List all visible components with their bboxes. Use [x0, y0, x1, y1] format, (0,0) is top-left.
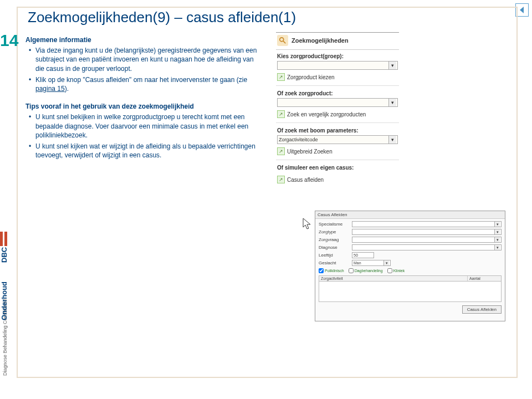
panel-title: Zoekmogelijkheden [291, 37, 349, 44]
extended-search-link[interactable]: ↗ Uitgebreid Zoeken [276, 144, 399, 158]
main-content: Algemene informatie Via deze ingang kunt… [25, 35, 264, 168]
arrow-icon: ↗ [277, 73, 285, 81]
zorgtype-field[interactable]: ▾ [352, 229, 502, 235]
arrow-icon: ↗ [277, 147, 285, 155]
svg-rect-4 [4, 232, 7, 246]
bullet: U kunt snel bekijken in welke zorgproduc… [25, 112, 264, 140]
specialisme-field[interactable]: ▾ [352, 221, 502, 227]
kliniek-checkbox[interactable]: Kliniek [387, 268, 405, 273]
zorgvraag-field[interactable]: ▾ [352, 237, 502, 243]
section-heading: Algemene informatie [25, 35, 264, 44]
derive-button[interactable]: Casus Afleiden [462, 305, 502, 314]
search-icon [277, 35, 288, 46]
label: Zorgtype [319, 229, 350, 234]
page-link[interactable]: pagina 15 [35, 85, 65, 93]
search-select[interactable]: ▾ [277, 98, 398, 107]
geslacht-field[interactable]: Man▾ [352, 260, 391, 266]
bullet: U kunt snel kijken wat er wijzigt in de … [25, 142, 264, 160]
choose-product-link[interactable]: ↗ Zorgproduct kiezen [276, 70, 399, 84]
form-title: Casus Afleiden [315, 211, 505, 219]
diagnose-field[interactable]: ▾ [352, 244, 502, 250]
group-select[interactable]: ▾ [277, 61, 398, 70]
label: Zorgvraag [319, 237, 350, 242]
dbc-logo: Diagnose Behandeling Combinatie DBC Onde… [0, 226, 16, 381]
cursor-icon [302, 217, 312, 231]
dag-checkbox[interactable]: Dagbehandeling [349, 268, 383, 273]
page-title: Zoekmogelijkheden(9) – casus afleiden(1) [28, 9, 296, 26]
svg-text:DBC: DBC [0, 247, 8, 263]
label: Of simuleer een eigen casus: [277, 165, 398, 171]
casus-form: Casus Afleiden Specialisme▾ Zorgtype▾ Zo… [315, 211, 505, 321]
section-heading: Tips vooraf in het gebruik van deze zoek… [25, 102, 264, 111]
compare-link[interactable]: ↗ Zoek en vergelijk zorgproducten [276, 107, 399, 121]
svg-text:Onderhoud: Onderhoud [0, 282, 8, 320]
svg-point-0 [280, 38, 284, 42]
bullet: Via deze ingang kunt u de (belangrijkste… [25, 46, 264, 73]
label: Geslacht [319, 260, 350, 265]
label: Leeftijd [319, 253, 350, 258]
svg-rect-3 [0, 232, 3, 246]
arrow-icon: ↗ [277, 176, 285, 183]
label: Diagnose [319, 245, 350, 250]
search-panel: Zoekmogelijkheden Kies zorgproduct(groep… [276, 32, 399, 187]
svg-line-1 [283, 41, 285, 43]
poli-checkbox[interactable]: Poliklinisch [319, 268, 344, 273]
label: Kies zorgproduct(groep): [277, 53, 398, 59]
bullet: Klik op de knop "Casus afleiden" om naar… [25, 75, 264, 93]
label: Of zoek met boom parameters: [277, 127, 398, 134]
label: Specialisme [319, 222, 350, 227]
derive-link[interactable]: ↗ Casus afleiden [276, 172, 399, 187]
arrow-icon: ↗ [277, 110, 285, 118]
page-number: 14 [0, 31, 18, 50]
leeftijd-field[interactable]: 50 [352, 252, 374, 258]
activity-table: ZorgactiviteitAantal [319, 275, 502, 302]
tree-select[interactable]: Zorgactiviteitcode▾ [277, 135, 398, 144]
label: Of zoek zorgproduct: [277, 90, 398, 96]
